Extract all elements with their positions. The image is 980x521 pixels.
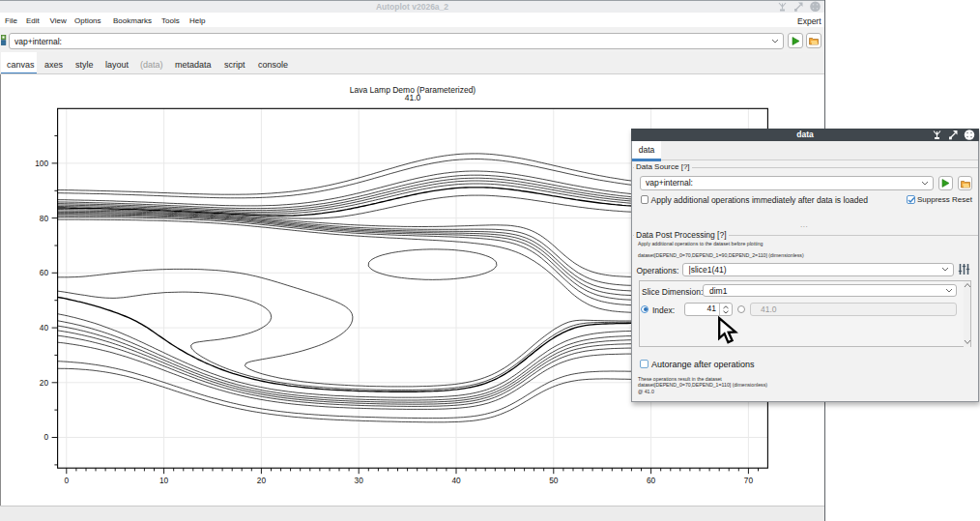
svg-text:20: 20 xyxy=(40,378,49,388)
svg-text:70: 70 xyxy=(744,476,754,485)
svg-text:0: 0 xyxy=(64,476,69,485)
svg-text:40: 40 xyxy=(40,323,49,333)
svg-text:0: 0 xyxy=(43,432,48,442)
svg-text:60: 60 xyxy=(647,476,656,485)
svg-text:30: 30 xyxy=(355,476,364,485)
svg-text:60: 60 xyxy=(40,268,49,277)
svg-text:40: 40 xyxy=(451,476,461,485)
svg-text:20: 20 xyxy=(257,476,267,485)
svg-text:50: 50 xyxy=(549,476,559,485)
svg-text:80: 80 xyxy=(40,214,49,223)
svg-text:100: 100 xyxy=(35,159,48,168)
svg-text:10: 10 xyxy=(159,476,169,485)
